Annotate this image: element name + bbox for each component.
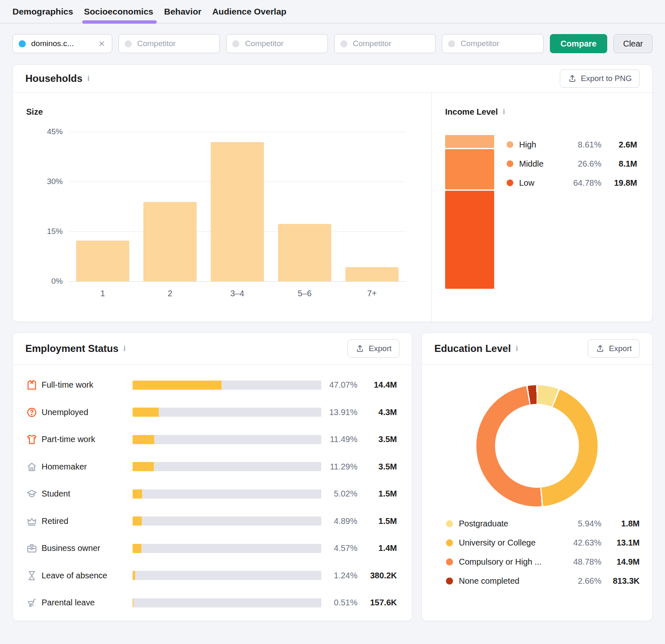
education-level-title: Education Level bbox=[434, 343, 511, 354]
legend-dot-icon bbox=[446, 578, 453, 585]
legend-percent: 48.78% bbox=[573, 557, 601, 567]
education-legend-row: University or College42.63%13.1M bbox=[446, 533, 640, 552]
education-donut-chart bbox=[476, 385, 598, 506]
employment-value: 1.4M bbox=[357, 543, 397, 553]
employment-bar-track bbox=[133, 462, 321, 471]
y-axis-tick: 30% bbox=[26, 177, 63, 186]
employment-row-full-time-work: Full-time work47.07%14.4M bbox=[26, 371, 397, 399]
legend-value: 13.1M bbox=[601, 538, 640, 548]
legend-value: 813.3K bbox=[601, 576, 640, 586]
employment-percent: 4.89% bbox=[334, 516, 357, 526]
tab-audience-overlap[interactable]: Audience Overlap bbox=[212, 0, 287, 23]
x-axis-tick: 5–6 bbox=[271, 289, 338, 298]
employment-status-title: Employment Status bbox=[25, 343, 118, 354]
employment-percent: 13.91% bbox=[329, 408, 357, 417]
tab-demographics[interactable]: Demographics bbox=[12, 0, 73, 23]
upload-icon bbox=[568, 74, 577, 83]
employment-value: 4.3M bbox=[357, 408, 397, 417]
competitor-input[interactable]: Competitor bbox=[226, 34, 328, 53]
legend-dot-icon bbox=[446, 539, 453, 546]
upload-icon bbox=[596, 344, 605, 353]
legend-value: 14.9M bbox=[601, 557, 640, 567]
home-icon bbox=[26, 461, 37, 472]
employment-percent: 1.24% bbox=[334, 571, 357, 580]
employment-value: 157.6K bbox=[357, 598, 397, 607]
legend-dot-icon bbox=[507, 141, 513, 148]
income-legend-row: High8.61%2.6M bbox=[507, 135, 637, 154]
export-label: Export bbox=[369, 344, 392, 353]
income-level-legend: High8.61%2.6MMiddle26.6%8.1MLow64.78%19.… bbox=[507, 135, 637, 289]
legend-label: High bbox=[519, 140, 536, 150]
employment-bar-track bbox=[133, 516, 321, 526]
employment-bar-fill bbox=[133, 516, 142, 526]
x-axis-tick: 1 bbox=[69, 289, 136, 298]
employment-value: 1.5M bbox=[357, 516, 397, 526]
info-icon[interactable]: i bbox=[503, 107, 505, 117]
employment-percent: 11.29% bbox=[330, 462, 357, 472]
household-size-section: Size 45%30%15%0%123–45–67+ bbox=[13, 93, 431, 322]
export-to-png-button[interactable]: Export to PNG bbox=[560, 69, 640, 88]
competitor-dot-icon bbox=[125, 40, 132, 47]
compare-button[interactable]: Compare bbox=[550, 34, 608, 53]
competitor-input[interactable]: Competitor bbox=[118, 34, 220, 53]
income-legend-row: Middle26.6%8.1M bbox=[507, 154, 637, 173]
employment-row-leave-of-absence: Leave of absence1.24%380.2K bbox=[26, 562, 397, 590]
employment-label: Leave of absence bbox=[42, 571, 133, 580]
x-axis-tick: 3–4 bbox=[204, 289, 271, 298]
remove-domain-button[interactable] bbox=[98, 39, 106, 48]
export-employment-button[interactable]: Export bbox=[347, 339, 399, 358]
employment-bar-track bbox=[133, 544, 321, 553]
employment-bar-fill bbox=[133, 489, 142, 499]
legend-value: 2.6M bbox=[601, 140, 637, 150]
y-axis-tick: 0% bbox=[26, 277, 63, 286]
info-icon[interactable]: i bbox=[87, 74, 89, 83]
export-label: Export bbox=[609, 344, 632, 353]
info-icon[interactable]: i bbox=[516, 344, 518, 353]
y-axis-tick: 15% bbox=[26, 227, 63, 236]
employment-bar-fill bbox=[133, 571, 135, 580]
tab-socioeconomics[interactable]: Socioeconomics bbox=[84, 0, 153, 23]
legend-value: 8.1M bbox=[601, 159, 637, 169]
legend-dot-icon bbox=[446, 558, 453, 565]
legend-label: Postgraduate bbox=[459, 519, 508, 528]
legend-value: 19.8M bbox=[601, 178, 637, 188]
size-bar-3-4 bbox=[211, 142, 264, 281]
legend-dot-icon bbox=[446, 520, 453, 527]
domain-chip[interactable]: dominos.c... bbox=[12, 34, 112, 53]
employment-bar-track bbox=[133, 489, 321, 499]
employment-bar-track bbox=[133, 381, 321, 390]
competitor-input[interactable]: Competitor bbox=[442, 34, 543, 53]
employment-row-student: Student5.02%1.5M bbox=[26, 480, 397, 508]
competitor-input[interactable]: Competitor bbox=[334, 34, 436, 53]
size-bar-2 bbox=[143, 202, 197, 281]
employment-row-retired: Retired4.89%1.5M bbox=[26, 508, 397, 535]
competitor-dot-icon bbox=[232, 40, 239, 47]
employment-percent: 5.02% bbox=[334, 489, 357, 499]
employment-row-business-owner: Business owner4.57%1.4M bbox=[26, 535, 397, 562]
clear-button[interactable]: Clear bbox=[613, 34, 653, 53]
employment-bar-track bbox=[133, 571, 321, 580]
info-icon[interactable]: i bbox=[123, 344, 126, 353]
employment-bar-fill bbox=[133, 544, 141, 553]
y-axis-tick: 45% bbox=[26, 127, 63, 136]
income-legend-row: Low64.78%19.8M bbox=[507, 173, 637, 192]
size-bar-1 bbox=[76, 241, 129, 281]
x-axis-tick: 2 bbox=[136, 289, 204, 298]
size-title: Size bbox=[26, 107, 427, 117]
competitor-placeholder: Competitor bbox=[353, 39, 392, 48]
legend-value: 1.8M bbox=[601, 519, 640, 528]
tab-behavior[interactable]: Behavior bbox=[164, 0, 202, 23]
income-level-stacked-bar bbox=[445, 135, 494, 289]
employment-percent: 47.07% bbox=[329, 380, 357, 390]
employment-value: 14.4M bbox=[357, 380, 397, 390]
employment-percent: 0.51% bbox=[334, 598, 357, 607]
export-education-button[interactable]: Export bbox=[588, 339, 640, 358]
competitor-dot-icon bbox=[340, 40, 347, 47]
employment-row-homemaker: Homemaker11.29%3.5M bbox=[26, 453, 397, 481]
education-legend: Postgraduate5.94%1.8MUniversity or Colle… bbox=[422, 506, 652, 590]
x-axis-tick: 7+ bbox=[338, 289, 406, 298]
education-legend-row: Compulsory or High ...48.78%14.9M bbox=[446, 552, 640, 571]
legend-dot-icon bbox=[507, 179, 513, 186]
income-segment-middle bbox=[445, 149, 494, 189]
legend-label: Low bbox=[519, 178, 534, 188]
